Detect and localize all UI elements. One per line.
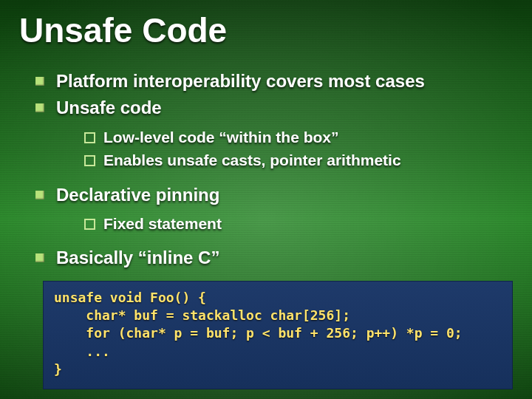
slide-title: Unsafe Code: [19, 10, 513, 50]
code-block: unsafe void Foo() { char* buf = stackall…: [43, 281, 513, 389]
sub-bullet-text: Low-level code “within the box”: [103, 129, 339, 146]
sub-bullet-list: Fixed statement: [56, 207, 513, 243]
sub-bullet-item: Fixed statement: [84, 213, 513, 234]
bullet-text: Platform interoperability covers most ca…: [56, 71, 425, 91]
bullet-item: Declarative pinning Fixed statement: [35, 183, 513, 244]
sub-bullet-item: Low-level code “within the box”: [84, 126, 513, 148]
slide: Unsafe Code Platform interoperability co…: [0, 0, 532, 389]
bullet-item: Basically “inline C”: [35, 246, 513, 270]
sub-bullet-list: Low-level code “within the box” Enables …: [56, 120, 513, 180]
sub-bullet-text: Enables unsafe casts, pointer arithmetic: [103, 151, 401, 168]
bullet-text: Declarative pinning: [56, 185, 219, 205]
sub-bullet-item: Enables unsafe casts, pointer arithmetic: [84, 149, 513, 171]
bullet-item: Platform interoperability covers most ca…: [35, 69, 513, 93]
bullet-text: Basically “inline C”: [56, 248, 219, 267]
bullet-text: Unsafe code: [56, 98, 162, 117]
bullet-list: Platform interoperability covers most ca…: [19, 69, 513, 270]
bullet-item: Unsafe code Low-level code “within the b…: [35, 96, 513, 180]
sub-bullet-text: Fixed statement: [103, 215, 222, 232]
